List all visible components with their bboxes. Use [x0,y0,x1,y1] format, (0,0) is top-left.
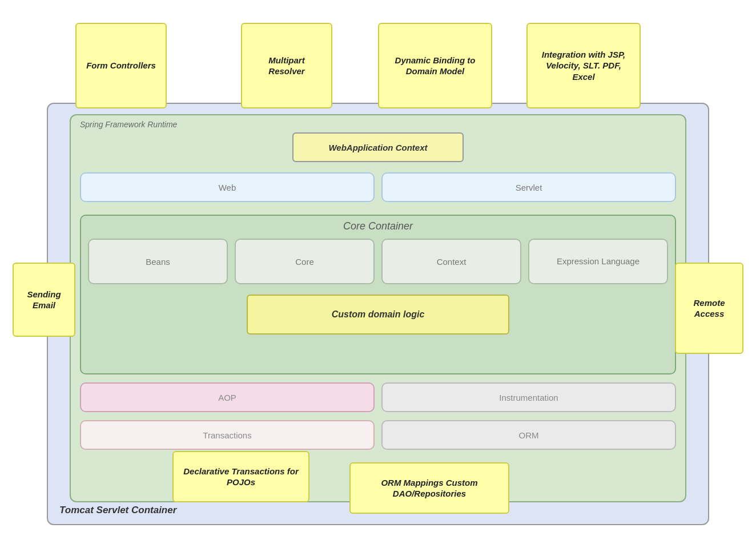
servlet-label: Servlet [516,183,542,192]
core-box: Core [235,239,375,284]
aop-instr-row: AOP Instrumentation [80,382,676,412]
form-controllers-box: Form Controllers [75,23,167,108]
instrumentation-label: Instrumentation [499,393,558,402]
orm-mappings-label: ORM Mappings Custom DAO/Repositories [359,477,500,499]
form-controllers-label: Form Controllers [86,60,156,71]
declarative-trans-label: Declarative Transactions for POJOs [182,466,300,488]
web-box: Web [80,172,375,202]
expression-label: Expression Language [557,256,640,267]
context-label: Context [437,257,467,267]
sending-email-box: Sending Email [13,263,75,337]
expression-box: Expression Language [528,239,668,284]
beans-label: Beans [146,257,170,267]
core-label: Core [295,257,314,267]
integration-label: Integration with JSP, Velocity, SLT. PDF… [536,49,632,83]
core-container-label: Core Container [343,220,413,232]
spring-label: Spring Framework Runtime [80,120,177,129]
declarative-transactions-box: Declarative Transactions for POJOs [172,451,309,502]
beans-box: Beans [88,239,228,284]
dynamic-binding-label: Dynamic Binding to Domain Model [387,55,483,77]
custom-domain-label: Custom domain logic [332,309,425,320]
tomcat-label: Tomcat Servlet Container [59,505,176,516]
web-label: Web [219,183,236,192]
web-servlet-row: Web Servlet [80,172,676,202]
transactions-label: Transactions [203,430,251,440]
webapp-context-box: WebApplication Context [292,132,464,162]
instrumentation-box: Instrumentation [381,382,676,412]
core-container: Core Container Beans Core Context Expres… [80,215,676,374]
webapp-context-label: WebApplication Context [328,143,427,152]
multipart-resolver-box: Multipart Resolver [241,23,332,108]
diagram-wrapper: Tomcat Servlet Container Spring Framewor… [13,11,743,537]
sending-email-label: Sending Email [22,289,66,311]
custom-domain-box: Custom domain logic [247,295,509,335]
remote-access-label: Remote Access [684,297,734,320]
dynamic-binding-box: Dynamic Binding to Domain Model [378,23,492,108]
aop-box: AOP [80,382,375,412]
aop-label: AOP [218,393,236,402]
core-items-row: Beans Core Context Expression Language [88,239,668,284]
servlet-box: Servlet [381,172,676,202]
transactions-box: Transactions [80,420,375,450]
integration-box: Integration with JSP, Velocity, SLT. PDF… [526,23,641,108]
context-box: Context [381,239,521,284]
orm-label: ORM [519,430,539,440]
spring-container: Spring Framework Runtime WebApplication … [70,114,686,502]
orm-mappings-box: ORM Mappings Custom DAO/Repositories [349,462,509,514]
trans-orm-row: Transactions ORM [80,420,676,450]
multipart-resolver-label: Multipart Resolver [250,55,323,77]
remote-access-box: Remote Access [675,263,743,354]
orm-box: ORM [381,420,676,450]
